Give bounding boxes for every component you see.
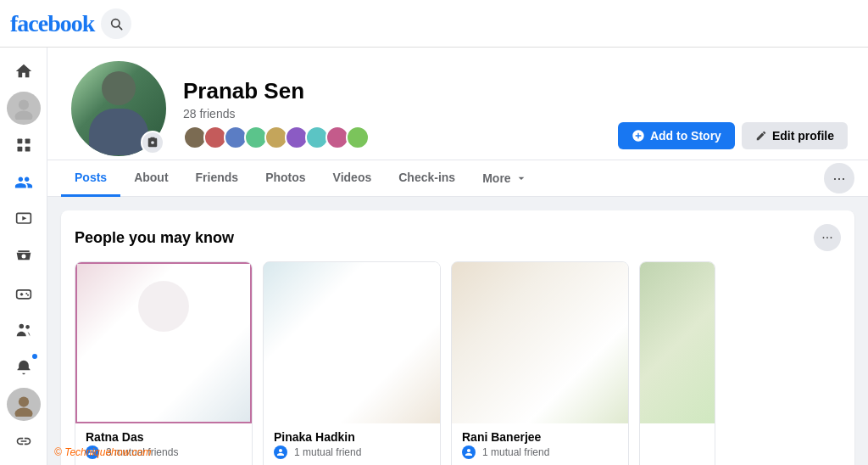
pymk-card2-name: Pinaka Hadkin <box>274 430 430 444</box>
pymk-card4-image <box>640 262 715 423</box>
svg-point-14 <box>27 294 29 295</box>
camera-icon[interactable] <box>141 131 164 154</box>
profile-actions: Add to Story Edit profile <box>618 122 848 160</box>
pymk-header: People you may know ··· <box>75 224 841 251</box>
svg-point-13 <box>25 293 27 294</box>
marketplace-icon[interactable] <box>7 239 41 273</box>
pymk-card3-name: Rani Banerjee <box>462 430 618 444</box>
groups-icon[interactable] <box>7 313 41 347</box>
pymk-section: People you may know ··· Ratna Das <box>61 210 854 465</box>
pymk-card-1: Ratna Das 3 mutual friends Add Frie <box>75 261 253 465</box>
svg-point-17 <box>18 396 28 406</box>
svg-point-3 <box>14 111 32 120</box>
profile-cover-area: Pranab Sen 28 friends <box>47 48 868 160</box>
grid-icon[interactable] <box>7 128 41 162</box>
pymk-card2-mutual: 1 mutual friend <box>274 445 430 459</box>
pymk-card-4 <box>639 261 715 465</box>
tab-posts[interactable]: Posts <box>61 160 120 197</box>
pymk-card2-info: Pinaka Hadkin 1 mutual friend Add F <box>264 423 440 465</box>
edit-profile-button[interactable]: Edit profile <box>742 122 848 149</box>
pymk-card2-image <box>264 262 440 423</box>
tab-about[interactable]: About <box>120 160 181 197</box>
pymk-card3-mutual: 1 mutual friend <box>462 445 618 459</box>
pymk-card1-info: Ratna Das 3 mutual friends Add Frie <box>75 423 252 465</box>
pymk-title: People you may know <box>75 229 234 247</box>
gaming-icon[interactable] <box>7 277 41 311</box>
friend-avatar-9 <box>346 126 370 149</box>
svg-rect-5 <box>25 139 30 144</box>
profile-pic-wrap <box>68 58 170 160</box>
profile-name: Pranab Sen <box>183 79 618 104</box>
edit-profile-label: Edit profile <box>772 129 834 143</box>
add-to-story-button[interactable]: Add to Story <box>618 122 735 149</box>
link-icon[interactable] <box>7 424 41 458</box>
svg-point-16 <box>25 325 30 329</box>
svg-marker-9 <box>22 216 26 221</box>
tab-more[interactable]: More <box>469 161 541 195</box>
watermark: © Techniquehow.com <box>54 446 151 458</box>
profile-info: Pranab Sen 28 friends <box>183 79 618 160</box>
watch-icon[interactable] <box>7 203 41 237</box>
svg-rect-7 <box>25 147 30 152</box>
add-story-label: Add to Story <box>650 129 721 143</box>
pymk-cards: Ratna Das 3 mutual friends Add Frie <box>75 261 841 465</box>
user-avatar-icon[interactable] <box>7 92 41 126</box>
facebook-logo: facebook <box>10 10 94 37</box>
pymk-card1-image <box>75 262 252 423</box>
profile-friends-count: 28 friends <box>183 107 618 120</box>
svg-point-2 <box>18 100 28 110</box>
svg-point-15 <box>19 324 24 329</box>
svg-point-18 <box>14 407 32 417</box>
svg-rect-4 <box>17 139 22 144</box>
pymk-card-3: Rani Banerjee 1 mutual friend Add F <box>451 261 629 465</box>
friend-avatars <box>183 126 618 149</box>
svg-line-1 <box>119 26 122 30</box>
svg-rect-10 <box>16 289 31 298</box>
tab-videos[interactable]: Videos <box>320 160 386 197</box>
home-icon[interactable] <box>7 54 41 88</box>
tab-friends[interactable]: Friends <box>182 160 253 197</box>
friends-icon[interactable] <box>7 165 41 199</box>
pymk-card3-info: Rani Banerjee 1 mutual friend Add F <box>452 423 628 465</box>
svg-rect-6 <box>17 147 22 152</box>
profile-header: Pranab Sen 28 friends <box>47 48 868 197</box>
tab-photos[interactable]: Photos <box>252 160 319 197</box>
pymk-card3-image <box>452 262 628 423</box>
notification-badge <box>31 352 39 361</box>
left-sidebar <box>0 48 47 465</box>
content-area: Pranab Sen 28 friends <box>47 48 868 465</box>
nav-options-button[interactable]: ··· <box>824 163 854 193</box>
main-layout: Pranab Sen 28 friends <box>0 48 868 465</box>
pymk-card-2: Pinaka Hadkin 1 mutual friend Add F <box>263 261 441 465</box>
top-nav: facebook <box>0 0 868 48</box>
tab-checkins[interactable]: Check-ins <box>385 160 469 197</box>
pymk-options-button[interactable]: ··· <box>814 224 841 251</box>
pymk-card1-name: Ratna Das <box>86 430 242 444</box>
user-avatar2-icon[interactable] <box>7 388 41 422</box>
search-button[interactable] <box>101 8 131 39</box>
notifications-icon[interactable] <box>7 350 41 384</box>
profile-nav: Posts About Friends Photos Videos Check-… <box>47 160 868 196</box>
